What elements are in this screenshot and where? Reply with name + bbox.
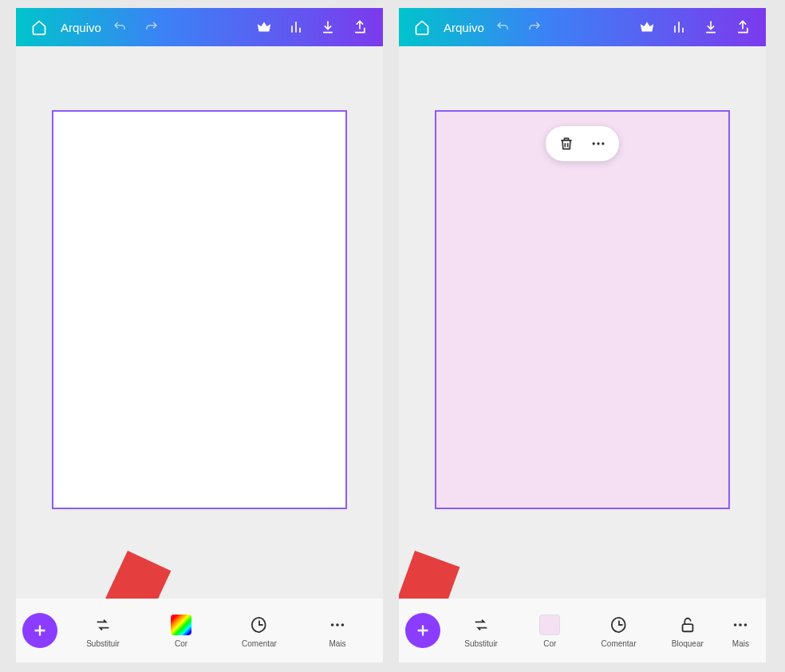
add-button[interactable] — [22, 613, 57, 648]
lock-icon — [677, 614, 699, 636]
toolbar-bloquear[interactable]: Bloquear — [653, 611, 722, 651]
svg-point-3 — [593, 142, 595, 144]
svg-rect-6 — [682, 624, 692, 631]
svg-point-8 — [740, 623, 743, 627]
bottom-toolbar: Substituir Cor Comentar Mais — [16, 599, 383, 662]
toolbar-label: Substituir — [86, 639, 120, 648]
toolbar-label: Mais — [732, 639, 749, 648]
canvas[interactable] — [435, 110, 730, 509]
toolbar-comentar[interactable]: Comentar — [220, 611, 298, 651]
replace-icon — [92, 614, 114, 636]
toolbar-substituir[interactable]: Substituir — [64, 611, 142, 651]
canvas-area[interactable] — [16, 46, 383, 599]
toolbar-substituir[interactable]: Substituir — [447, 611, 515, 651]
undo-icon[interactable] — [489, 14, 516, 41]
replace-icon — [470, 614, 492, 636]
comment-icon — [248, 614, 270, 636]
comment-icon — [608, 614, 630, 636]
toolbar-label: Cor — [175, 639, 187, 648]
toolbar-label: Bloquear — [672, 639, 704, 648]
color-icon — [538, 614, 561, 636]
header: Arquivo — [399, 8, 766, 46]
toolbar-mais[interactable]: Mais — [298, 611, 377, 651]
analytics-icon[interactable] — [282, 14, 310, 41]
share-icon[interactable] — [346, 14, 373, 41]
toolbar-label: Mais — [329, 639, 345, 648]
svg-point-9 — [744, 623, 748, 627]
more-icon[interactable] — [589, 134, 608, 153]
home-icon[interactable] — [26, 14, 53, 41]
more-icon — [729, 614, 751, 636]
phone-left: Arquivo — [16, 8, 383, 662]
more-icon — [326, 614, 349, 636]
svg-point-1 — [336, 623, 339, 627]
toolbar-cor[interactable]: Cor — [142, 611, 220, 651]
download-icon[interactable] — [314, 14, 341, 41]
home-icon[interactable] — [408, 14, 436, 41]
delete-icon[interactable] — [557, 134, 576, 153]
context-menu — [546, 126, 619, 161]
toolbar-label: Comentar — [602, 639, 637, 648]
undo-icon[interactable] — [106, 14, 133, 41]
download-icon[interactable] — [697, 14, 724, 41]
toolbar-label: Substituir — [464, 639, 498, 648]
toolbar-cor[interactable]: Cor — [515, 611, 584, 651]
redo-icon[interactable] — [138, 14, 165, 41]
color-icon — [170, 614, 192, 636]
svg-point-2 — [341, 623, 345, 627]
svg-point-0 — [331, 623, 334, 627]
header-title[interactable]: Arquivo — [444, 21, 484, 34]
redo-icon[interactable] — [521, 14, 548, 41]
svg-point-5 — [602, 142, 604, 144]
header: Arquivo — [16, 8, 383, 46]
toolbar-label: Comentar — [242, 639, 277, 648]
svg-point-7 — [734, 623, 737, 627]
add-button[interactable] — [405, 613, 440, 648]
analytics-icon[interactable] — [665, 14, 692, 41]
canvas[interactable] — [52, 110, 347, 509]
toolbar-label: Cor — [543, 639, 556, 648]
toolbar-comentar[interactable]: Comentar — [584, 611, 653, 651]
header-title[interactable]: Arquivo — [61, 21, 101, 34]
share-icon[interactable] — [729, 14, 756, 41]
phone-right: Arquivo — [399, 8, 766, 662]
toolbar-mais[interactable]: Mais — [722, 611, 759, 651]
crown-icon[interactable] — [633, 14, 661, 41]
bottom-toolbar: Substituir Cor Comentar Bloquear Mais — [399, 599, 766, 662]
crown-icon[interactable] — [250, 14, 278, 41]
canvas-area[interactable] — [399, 46, 766, 599]
svg-point-4 — [597, 142, 599, 144]
